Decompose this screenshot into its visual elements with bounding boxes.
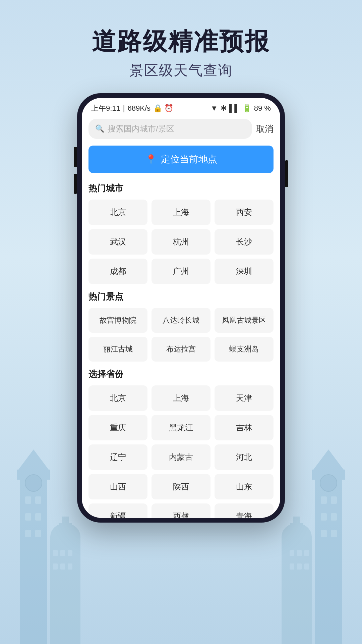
phone-outer: 上午9:11 | 689K/s 🔒 ⏰ ▼ ✱ ▌▌ 🔋 89 % <box>77 93 285 523</box>
province-chip[interactable]: 吉林 <box>215 415 274 440</box>
svg-rect-27 <box>321 496 327 504</box>
signal-icon: ▌▌ <box>229 104 240 113</box>
province-chip[interactable]: 辽宁 <box>88 444 147 470</box>
hot-cities-grid: 北京上海西安武汉杭州长沙成都广州深圳 <box>88 200 274 284</box>
province-chip[interactable]: 山东 <box>215 474 274 499</box>
volume-down-button <box>74 174 77 194</box>
volume-up-button <box>74 147 77 167</box>
svg-rect-29 <box>321 513 327 521</box>
hero-title: 道路级精准预报 <box>92 27 270 56</box>
svg-rect-19 <box>60 564 65 570</box>
scroll-content: 热门城市 北京上海西安武汉杭州长沙成都广州深圳 热门景点 故宫博物院八达岭长城凤… <box>82 180 280 518</box>
search-icon: 🔍 <box>95 124 104 133</box>
svg-rect-37 <box>297 550 302 556</box>
provinces-title: 选择省份 <box>88 368 274 380</box>
svg-rect-16 <box>60 550 65 556</box>
svg-rect-26 <box>331 496 337 504</box>
province-chip[interactable]: 山西 <box>88 474 147 499</box>
battery-icon: 🔋 <box>242 104 251 113</box>
svg-point-3 <box>25 475 42 491</box>
attraction-chip[interactable]: 凤凰古城景区 <box>215 308 274 333</box>
hero-section: 道路级精准预报 景区级天气查询 <box>92 0 270 80</box>
bluetooth-icon: ✱ <box>221 104 227 113</box>
province-chip[interactable]: 上海 <box>152 385 210 411</box>
svg-rect-9 <box>25 530 31 537</box>
svg-rect-34 <box>290 523 303 538</box>
province-chip[interactable]: 重庆 <box>88 415 147 440</box>
svg-rect-7 <box>25 513 31 521</box>
city-chip[interactable]: 西安 <box>215 200 274 225</box>
hot-attractions-grid: 故宫博物院八达岭长城凤凰古城景区丽江古城布达拉宫蜈支洲岛 <box>88 308 274 362</box>
svg-rect-10 <box>35 530 41 537</box>
search-bar-wrapper: 🔍 搜索国内城市/景区 取消 <box>82 116 280 143</box>
province-chip[interactable]: 内蒙古 <box>152 444 210 470</box>
cancel-button[interactable]: 取消 <box>256 123 274 135</box>
svg-rect-5 <box>25 496 31 504</box>
province-chip[interactable]: 新疆 <box>88 503 147 518</box>
svg-rect-6 <box>35 496 41 504</box>
svg-rect-14 <box>62 517 69 525</box>
province-chip[interactable]: 黑龙江 <box>152 415 210 440</box>
svg-rect-20 <box>68 564 72 570</box>
status-left: 上午9:11 | 689K/s 🔒 ⏰ <box>91 103 173 113</box>
status-time: 上午9:11 <box>91 103 120 113</box>
search-placeholder: 搜索国内城市/景区 <box>108 123 174 134</box>
city-left-svg <box>0 443 87 644</box>
page-root: 道路级精准预报 景区级天气查询 <box>0 0 362 644</box>
svg-rect-25 <box>325 466 332 471</box>
province-chip[interactable]: 陕西 <box>152 474 210 499</box>
hot-attractions-title: 热门景点 <box>88 291 274 303</box>
status-bar: 上午9:11 | 689K/s 🔒 ⏰ ▼ ✱ ▌▌ 🔋 89 % <box>82 98 280 116</box>
status-right: ▼ ✱ ▌▌ 🔋 89 % <box>210 104 271 113</box>
svg-rect-13 <box>59 523 72 538</box>
svg-point-24 <box>320 475 337 491</box>
phone-mockup: 上午9:11 | 689K/s 🔒 ⏰ ▼ ✱ ▌▌ 🔋 89 % <box>77 93 285 523</box>
svg-rect-15 <box>53 550 58 556</box>
location-button-label: 定位当前地点 <box>161 153 217 166</box>
svg-rect-30 <box>331 530 337 537</box>
svg-rect-28 <box>331 513 337 521</box>
svg-rect-31 <box>321 530 327 537</box>
status-icons: 🔒 ⏰ <box>153 104 173 113</box>
svg-rect-8 <box>35 513 41 521</box>
city-right-svg <box>275 443 362 644</box>
attraction-chip[interactable]: 丽江古城 <box>88 337 147 362</box>
city-chip[interactable]: 杭州 <box>152 229 210 255</box>
svg-rect-18 <box>53 564 58 570</box>
province-chip[interactable]: 青海 <box>215 503 274 518</box>
svg-rect-21 <box>315 476 342 644</box>
province-chip[interactable]: 西藏 <box>152 503 210 518</box>
status-speed: 689K/s <box>128 104 151 113</box>
hot-cities-title: 热门城市 <box>88 182 274 194</box>
province-chip[interactable]: 天津 <box>215 385 274 411</box>
city-chip[interactable]: 深圳 <box>215 259 274 284</box>
svg-rect-38 <box>290 550 294 556</box>
attraction-chip[interactable]: 布达拉宫 <box>152 337 210 362</box>
city-chip[interactable]: 长沙 <box>215 229 274 255</box>
svg-rect-17 <box>68 550 72 556</box>
svg-rect-40 <box>297 564 302 570</box>
svg-rect-35 <box>293 517 300 525</box>
city-chip[interactable]: 北京 <box>88 200 147 225</box>
location-pin-icon: 📍 <box>145 154 157 165</box>
status-network: | <box>123 104 125 113</box>
attraction-chip[interactable]: 蜈支洲岛 <box>215 337 274 362</box>
attraction-chip[interactable]: 故宫博物院 <box>88 308 147 333</box>
location-button[interactable]: 📍 定位当前地点 <box>88 146 274 173</box>
search-input-box[interactable]: 🔍 搜索国内城市/景区 <box>88 119 252 139</box>
province-chip[interactable]: 河北 <box>215 444 274 470</box>
svg-rect-36 <box>304 550 309 556</box>
svg-rect-41 <box>290 564 294 570</box>
city-chip[interactable]: 广州 <box>152 259 210 284</box>
phone-screen: 上午9:11 | 689K/s 🔒 ⏰ ▼ ✱ ▌▌ 🔋 89 % <box>82 98 280 518</box>
city-chip[interactable]: 成都 <box>88 259 147 284</box>
city-chip[interactable]: 武汉 <box>88 229 147 255</box>
battery-percent: 89 % <box>254 104 271 113</box>
wifi-icon: ▼ <box>210 104 218 113</box>
provinces-grid: 北京上海天津重庆黑龙江吉林辽宁内蒙古河北山西陕西山东新疆西藏青海 <box>88 385 274 518</box>
power-button <box>285 160 288 187</box>
province-chip[interactable]: 北京 <box>88 385 147 411</box>
svg-rect-4 <box>30 466 37 471</box>
city-chip[interactable]: 上海 <box>152 200 210 225</box>
attraction-chip[interactable]: 八达岭长城 <box>152 308 210 333</box>
